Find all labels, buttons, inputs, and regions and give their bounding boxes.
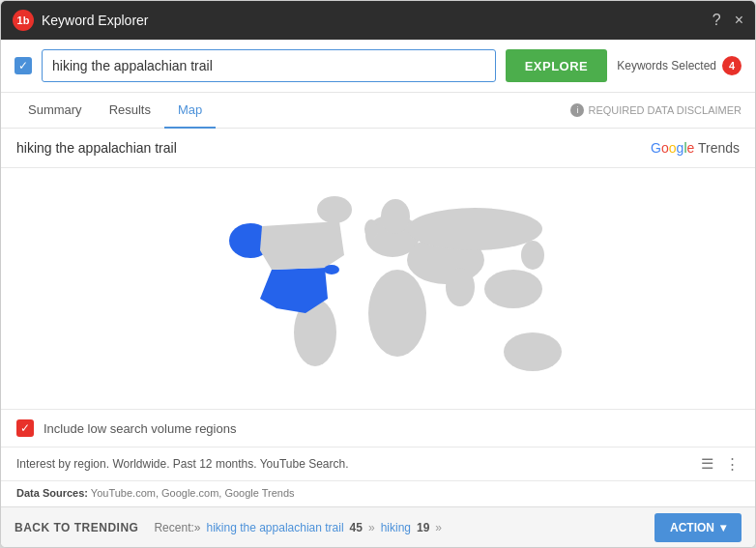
map-svg [146,168,610,409]
searchbar: EXPLORE Keywords Selected 4 [1,40,755,93]
keyword-label: hiking the appalachian trail [16,140,177,156]
svg-point-5 [407,208,542,250]
low-volume-label: Include low search volume regions [44,421,236,436]
help-icon[interactable]: ? [712,12,721,29]
data-sources-label: Data Sources: [16,487,88,499]
recent-link-2[interactable]: hiking [381,521,411,534]
svg-point-1 [364,219,378,239]
svg-point-2 [381,199,410,234]
low-search-bar: Include low search volume regions [1,409,755,447]
titlebar-controls: ? × [712,12,743,29]
back-to-trending-button[interactable]: BACK TO TRENDING [15,521,138,534]
close-icon[interactable]: × [735,12,743,29]
keywords-count-badge: 4 [722,56,741,75]
keywords-selected-label: Keywords Selected [617,59,716,72]
more-options-icon[interactable]: ⋮ [725,455,740,473]
data-sources-bar: Data Sources: YouTube.com, Google.com, G… [1,480,755,506]
explore-button[interactable]: EXPLORE [506,49,608,82]
list-view-icon[interactable]: ☰ [701,455,713,473]
low-volume-checkbox[interactable] [16,419,34,437]
interest-description: Interest by region. Worldwide. Past 12 m… [16,457,349,471]
recent-count-1: 45 [350,521,363,534]
tab-map[interactable]: Map [164,93,216,129]
app-logo: 1b [13,10,34,31]
titlebar-left: 1b Keyword Explorer [13,10,149,31]
data-sources-list: YouTube.com, Google.com, Google Trends [91,487,295,499]
recent-count-2: 19 [417,521,429,534]
keyword-row: hiking the appalachian trail Google Tren… [1,129,755,168]
main-window: 1b Keyword Explorer ? × EXPLORE Keywords… [0,0,756,548]
tab-bar: Summary Results Map i REQUIRED DATA DISC… [1,93,755,129]
interest-icons: ☰ ⋮ [701,455,740,473]
world-map [1,168,755,409]
disclaimer-icon: i [570,103,584,117]
keywords-selected: Keywords Selected 4 [617,56,741,75]
disclaimer-text: REQUIRED DATA DISCLAIMER [588,104,741,116]
content-area: hiking the appalachian trail Google Tren… [1,129,755,506]
app-title: Keyword Explorer [42,13,149,28]
titlebar: 1b Keyword Explorer ? × [1,1,755,40]
keyword-checkbox[interactable] [15,57,32,74]
tab-results[interactable]: Results [96,93,164,129]
google-trends-logo: Google Trends [651,140,740,156]
search-input[interactable] [42,49,496,82]
recent-label: Recent:» [154,521,200,534]
svg-point-6 [484,270,542,308]
interest-bar: Interest by region. Worldwide. Past 12 m… [1,447,755,480]
svg-point-14 [324,265,339,274]
recent-link-1[interactable]: hiking the appalachian trail [206,521,343,534]
svg-point-12 [521,241,544,270]
svg-point-11 [446,268,475,306]
action-button[interactable]: ACTION ▾ [654,513,741,542]
svg-point-3 [368,270,426,357]
svg-point-10 [317,196,352,223]
tab-summary[interactable]: Summary [15,93,96,129]
bottom-bar: BACK TO TRENDING Recent:» hiking the app… [1,506,755,547]
recent-section: Recent:» hiking the appalachian trail 45… [154,521,442,534]
svg-point-7 [504,332,562,371]
disclaimer: i REQUIRED DATA DISCLAIMER [570,103,741,117]
